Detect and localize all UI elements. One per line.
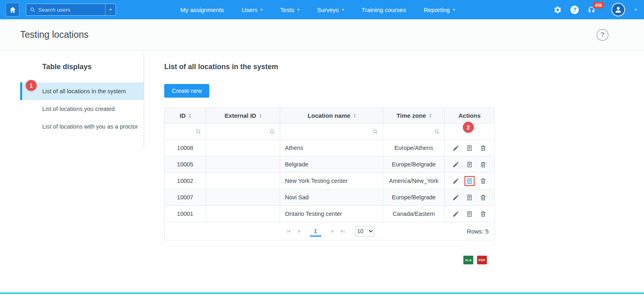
notification-badge: 435	[593, 2, 604, 8]
table-row: 10007 Novi Sad Europe/Belgrade	[165, 189, 495, 206]
sidebar-item-all-locations[interactable]: List of all locations in the system	[20, 82, 144, 100]
sidebar-item-locations-proctor[interactable]: List of locations with you as a proctor	[20, 118, 144, 135]
xls-icon: XLS	[465, 258, 471, 262]
pencil-icon	[452, 161, 459, 168]
delete-button[interactable]	[478, 209, 488, 219]
nav-tests[interactable]: Tests ▾	[280, 6, 299, 13]
previous-page-button[interactable]	[294, 227, 303, 236]
annotation-step-2: 2	[463, 122, 474, 133]
clipboard-icon	[466, 194, 473, 201]
cell-external-id	[206, 156, 280, 173]
chevron-down-icon: ▾	[453, 8, 455, 12]
filter-external-id[interactable]	[206, 124, 280, 140]
rows-count: Rows: 5	[467, 228, 489, 235]
column-header-time-zone[interactable]: Time zone ▴▾	[383, 108, 445, 124]
user-avatar[interactable]	[611, 3, 625, 16]
export-xls-button[interactable]: XLS	[463, 256, 473, 264]
help-button-top[interactable]: ?	[570, 6, 579, 14]
delete-button[interactable]	[478, 193, 488, 203]
table-row: 10005 Belgrade Europe/Belgrade	[165, 156, 495, 173]
support-button[interactable]: 435	[587, 6, 596, 14]
page-size-select[interactable]: 10	[355, 226, 374, 237]
search-icon	[372, 129, 378, 135]
column-header-external-id[interactable]: External ID ▴▾	[206, 108, 280, 124]
last-page-button[interactable]	[339, 227, 347, 236]
cell-time-zone: Canada/Eastern	[383, 206, 445, 222]
main-menu: My assignments Users ▾ Tests ▾ Surveys ▾…	[180, 6, 455, 13]
search-icon	[269, 129, 275, 135]
nav-surveys[interactable]: Surveys ▾	[317, 6, 344, 13]
settings-button[interactable]	[553, 6, 562, 14]
cell-external-id	[206, 140, 280, 156]
current-page[interactable]: 1	[310, 226, 321, 237]
cell-location-name: Athens	[280, 140, 383, 156]
delete-button[interactable]	[478, 176, 488, 186]
cell-location-name: Belgrade	[280, 156, 383, 173]
sidebar-item-locations-you-created[interactable]: List of locations you created	[20, 100, 144, 118]
table-row: 10008 Athens Europe/Athens	[165, 140, 495, 156]
pencil-icon	[452, 211, 459, 217]
edit-button[interactable]	[451, 209, 461, 219]
page-header: Testing locations ?	[0, 19, 644, 51]
details-button[interactable]	[464, 209, 475, 219]
trash-icon	[480, 211, 487, 217]
export-pdf-button[interactable]: PDF	[477, 256, 487, 264]
filter-id[interactable]	[165, 124, 206, 140]
filter-time-zone[interactable]	[383, 124, 445, 140]
pencil-icon	[452, 145, 459, 152]
filter-location-name[interactable]	[280, 124, 383, 140]
cell-external-id	[206, 189, 280, 206]
nav-label: Surveys	[317, 6, 339, 13]
search-icon	[30, 7, 35, 12]
delete-button[interactable]	[478, 160, 488, 170]
page-help-button[interactable]: ?	[597, 29, 609, 41]
cell-location-name: Ontario Testing center	[280, 206, 383, 222]
details-button[interactable]	[464, 143, 475, 153]
edit-button[interactable]	[451, 193, 461, 203]
nav-users[interactable]: Users ▾	[242, 6, 262, 13]
table-header-row: ID ▴▾ External ID ▴▾ Location name ▴▾	[165, 108, 495, 124]
delete-button[interactable]	[478, 143, 488, 153]
cell-time-zone: Europe/Belgrade	[383, 156, 445, 173]
first-page-button[interactable]	[284, 227, 293, 236]
column-header-id[interactable]: ID ▴▾	[165, 108, 206, 124]
cell-id: 10002	[165, 173, 206, 189]
pencil-icon	[452, 178, 459, 184]
nav-reporting[interactable]: Reporting ▾	[424, 6, 455, 13]
page: ▾ My assignments Users ▾ Tests ▾ Surveys…	[0, 0, 644, 299]
create-new-button[interactable]: Create new	[164, 84, 209, 98]
edit-button[interactable]	[451, 143, 461, 153]
profile-dropdown-caret[interactable]: ▾	[635, 8, 637, 12]
search-input[interactable]	[38, 7, 101, 13]
search-dropdown-button[interactable]: ▾	[105, 4, 116, 15]
top-navigation-bar: ▾ My assignments Users ▾ Tests ▾ Surveys…	[0, 0, 644, 19]
table-filter-row	[165, 124, 495, 140]
clipboard-icon	[466, 161, 473, 168]
main-panel: List of all locations in the system Crea…	[144, 51, 644, 264]
home-button[interactable]	[6, 3, 19, 16]
sidebar-item-label: List of all locations in the system	[42, 88, 126, 94]
sort-icon: ▴▾	[260, 113, 261, 118]
chevron-down-icon: ▾	[297, 8, 299, 12]
edit-button[interactable]	[451, 176, 461, 186]
details-button[interactable]	[464, 160, 475, 170]
person-icon	[614, 6, 622, 14]
cell-id: 10007	[165, 189, 206, 206]
export-buttons: XLS PDF	[164, 256, 494, 264]
details-button-highlighted[interactable]	[464, 176, 475, 186]
nav-training-courses[interactable]: Training courses	[361, 6, 406, 13]
sidebar-item-label: List of locations with you as a proctor	[42, 123, 138, 130]
edit-button[interactable]	[451, 160, 461, 170]
cell-actions	[445, 140, 495, 156]
column-header-actions: Actions	[445, 108, 495, 124]
cell-actions	[445, 173, 495, 189]
search-icon	[434, 129, 440, 135]
column-header-location-name[interactable]: Location name ▴▾	[280, 108, 383, 124]
details-button[interactable]	[464, 193, 475, 203]
cell-actions	[445, 189, 495, 206]
nav-my-assignments[interactable]: My assignments	[180, 6, 224, 13]
table-paginator: 1 10 Rows: 5	[164, 222, 494, 240]
next-page-button[interactable]	[328, 227, 337, 236]
last-page-icon	[339, 228, 346, 235]
trash-icon	[480, 194, 487, 201]
